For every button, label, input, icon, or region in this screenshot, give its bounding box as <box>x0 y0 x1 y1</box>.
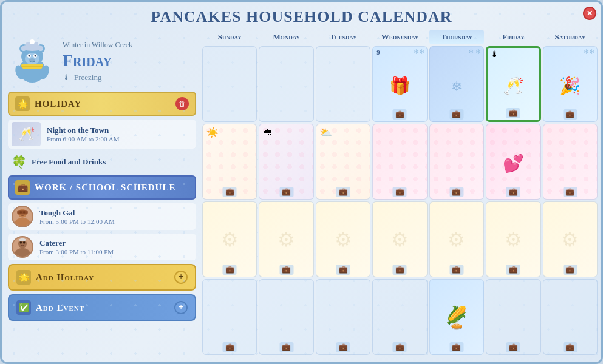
cell-r1-wed[interactable]: 9 ❄❄ 🎁 💼 <box>372 46 427 122</box>
main-layout: Winter in Willow Creek Friday 🌡 Freezing… <box>2 30 601 359</box>
cell-r2-mon[interactable]: 🌧 💼 <box>259 124 313 200</box>
cell-r2-tue[interactable]: ⛅ 💼 <box>316 124 370 200</box>
work-icon: 💼 <box>15 180 30 195</box>
caterer-time: From 3:00 PM to 11:00 PM <box>39 248 114 255</box>
cell-r2-thu[interactable]: 💼 <box>429 124 484 200</box>
snowflake-deco: ❄❄ <box>414 48 424 56</box>
briefcase-icon: 💼 <box>393 342 407 352</box>
add-event-button[interactable]: ✅ Add Event + <box>8 294 196 321</box>
cell-r1-thu[interactable]: ❄ ❄ ❄ 💼 <box>429 46 484 122</box>
snowflake-deco: ❄ ❄ <box>468 48 481 56</box>
add-holiday-label: Add Holiday <box>36 272 94 283</box>
thermometer-icon: 🌡 <box>63 73 70 83</box>
briefcase-icon: 💼 <box>506 265 520 275</box>
briefcase-icon: 💼 <box>563 265 577 275</box>
cell-r3-sun[interactable]: ⚙ 💼 <box>202 201 257 277</box>
event-thumbnail: 🥂 <box>12 122 41 146</box>
briefcase-icon: 💼 <box>563 187 577 197</box>
cell-r4-tue[interactable]: 💼 <box>316 279 370 355</box>
briefcase-icon: 💼 <box>449 265 463 275</box>
cell-r3-thu[interactable]: ⚙ 💼 <box>429 201 484 277</box>
svg-point-8 <box>30 39 35 44</box>
window-title: Pancakes Household Calendar <box>2 2 601 30</box>
work-section-header: 💼 Work / School Schedule <box>8 175 196 200</box>
close-button[interactable]: ✕ <box>583 7 596 20</box>
calendar-panel: Sunday Monday Tuesday Wednesday Thursday… <box>202 30 601 359</box>
tough-gal-avatar <box>12 206 33 228</box>
cell-r4-thu[interactable]: 🌽 🥧 💼 <box>429 279 484 355</box>
add-event-icon: ✅ <box>16 300 31 315</box>
weather-label: Freezing <box>74 73 101 83</box>
cell-r2-sat[interactable]: 💼 <box>543 124 598 200</box>
cell-r1-sat[interactable]: ❄❄ 🎉 💼 <box>543 46 598 122</box>
weather-icon: ☀️ <box>206 127 219 138</box>
tough-gal-details: Tough Gal From 5:00 PM to 12:00 AM <box>39 208 115 225</box>
cell-r3-sat[interactable]: ⚙ 💼 <box>543 201 598 277</box>
event-details: Night on the Town From 6:00 AM to 2:00 A… <box>47 126 120 143</box>
calendar-grid: 9 ❄❄ 🎁 💼 ❄ ❄ ❄ 💼 🌡 🥂 💼 <box>202 46 598 355</box>
current-day: Friday <box>63 51 196 70</box>
briefcase-icon: 💼 <box>223 265 237 275</box>
cell-r2-fri[interactable]: 💕 💼 <box>486 124 540 200</box>
cell-champagne-emoji: 🥂 <box>503 78 524 95</box>
briefcase-icon: 💼 <box>506 108 520 118</box>
weather-icon: ⛅ <box>320 127 332 138</box>
caterer-name: Caterer <box>39 238 114 248</box>
cell-r3-fri[interactable]: ⚙ 💼 <box>486 201 540 277</box>
cell-r3-wed[interactable]: ⚙ 💼 <box>372 201 427 277</box>
briefcase-icon: 💼 <box>223 342 237 352</box>
cell-gift-emoji: 🎁 <box>389 78 411 95</box>
cell-party-emoji: 🎉 <box>559 78 581 95</box>
tough-gal-name: Tough Gal <box>39 208 115 218</box>
night-on-town-event: 🥂 Night on the Town From 6:00 AM to 2:00… <box>8 120 196 149</box>
add-holiday-plus: + <box>174 271 188 284</box>
season-info: Winter in Willow Creek Friday 🌡 Freezing <box>63 41 196 83</box>
cell-r1-tue[interactable] <box>316 46 370 122</box>
briefcase-icon: 💼 <box>393 265 407 275</box>
briefcase-icon: 💼 <box>279 342 293 352</box>
briefcase-icon: 💼 <box>223 187 237 197</box>
svg-point-27 <box>23 241 26 244</box>
caterer-avatar <box>12 236 33 258</box>
season-banner: Winter in Willow Creek Friday 🌡 Freezing <box>8 35 196 88</box>
holiday-icon: 🌟 <box>15 96 30 111</box>
delete-holiday-button[interactable]: 🗑 <box>175 97 189 110</box>
cell-r4-mon[interactable]: 💼 <box>259 279 313 355</box>
svg-point-13 <box>35 55 36 57</box>
briefcase-icon: 💼 <box>336 342 350 352</box>
cell-r2-wed[interactable]: 💼 <box>372 124 427 200</box>
add-holiday-button[interactable]: 🌟 Add Holiday + <box>8 264 196 291</box>
briefcase-icon: 💼 <box>279 265 293 275</box>
cell-r2-sun[interactable]: ☀️ 💼 <box>202 124 257 200</box>
harvest-emoji: 🥧 <box>451 319 463 331</box>
left-panel: Winter in Willow Creek Friday 🌡 Freezing… <box>2 30 202 359</box>
briefcase-icon: 💼 <box>563 109 577 120</box>
weather-info: 🌡 Freezing <box>63 73 196 83</box>
cell-r1-sun[interactable] <box>202 46 257 122</box>
cell-r1-fri[interactable]: 🌡 🥂 💼 <box>486 46 540 122</box>
event-time: From 6:00 AM to 2:00 AM <box>47 135 120 143</box>
work-header-left: 💼 Work / School Schedule <box>15 180 175 195</box>
cell-day-num: 9 <box>376 49 380 56</box>
briefcase-icon: 💼 <box>506 342 520 352</box>
cell-r4-sun[interactable]: 💼 <box>202 279 257 355</box>
cell-r3-mon[interactable]: ⚙ 💼 <box>259 201 313 277</box>
cell-r4-sat[interactable]: 💼 <box>543 279 598 355</box>
cell-r4-wed[interactable]: 💼 <box>372 279 427 355</box>
snowflake-deco: ❄❄ <box>584 48 594 56</box>
bear-mascot <box>8 37 56 86</box>
header-sunday: Sunday <box>202 30 257 44</box>
cell-r4-fri[interactable]: 💼 <box>486 279 540 355</box>
holiday-section-header: 🌟 Holiday 🗑 <box>8 92 196 116</box>
svg-point-26 <box>20 241 22 244</box>
cell-r1-mon[interactable] <box>259 46 313 122</box>
svg-rect-16 <box>21 66 43 67</box>
svg-rect-23 <box>17 210 28 214</box>
briefcase-icon: 💼 <box>279 187 293 197</box>
caterer-details: Caterer From 3:00 PM to 11:00 PM <box>39 238 114 255</box>
tough-gal-time: From 5:00 PM to 12:00 AM <box>39 218 115 225</box>
svg-point-20 <box>15 218 30 228</box>
cell-r3-tue[interactable]: ⚙ 💼 <box>316 201 370 277</box>
event-name: Night on the Town <box>47 126 120 135</box>
header-thursday: Thursday <box>429 30 484 44</box>
